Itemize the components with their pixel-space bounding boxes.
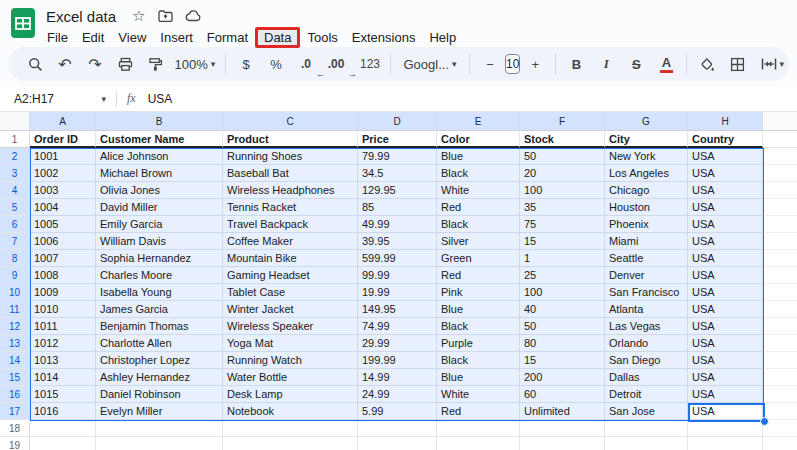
formula-input[interactable]: USA bbox=[148, 92, 173, 106]
cell-F8[interactable]: 1 bbox=[520, 250, 605, 267]
menu-item-format[interactable]: Format bbox=[200, 29, 255, 46]
cell-A10[interactable]: 1009 bbox=[30, 284, 96, 301]
move-folder-icon[interactable] bbox=[158, 10, 173, 22]
cell-D4[interactable]: 129.95 bbox=[358, 182, 437, 199]
menu-item-insert[interactable]: Insert bbox=[153, 29, 200, 46]
cell-B17[interactable]: Evelyn Miller bbox=[96, 403, 223, 420]
cell-F5[interactable]: 35 bbox=[520, 199, 605, 216]
cell-C6[interactable]: Travel Backpack bbox=[223, 216, 358, 233]
row-header-9[interactable]: 9 bbox=[0, 267, 30, 284]
cell-C9[interactable]: Gaming Headset bbox=[223, 267, 358, 284]
cell-D17[interactable]: 5.99 bbox=[358, 403, 437, 420]
cell-E1[interactable]: Color bbox=[437, 131, 520, 148]
cell-G17[interactable]: San Jose bbox=[605, 403, 688, 420]
cell-E12[interactable]: Black bbox=[437, 318, 520, 335]
cell-D5[interactable]: 85 bbox=[358, 199, 437, 216]
sheets-logo-icon[interactable] bbox=[10, 6, 37, 40]
cell-C13[interactable]: Yoga Mat bbox=[223, 335, 358, 352]
menu-item-tools[interactable]: Tools bbox=[300, 29, 344, 46]
currency-format-button[interactable]: $ bbox=[234, 52, 258, 76]
menu-item-edit[interactable]: Edit bbox=[75, 29, 111, 46]
row-header-10[interactable]: 10 bbox=[0, 284, 30, 301]
cell-A11[interactable]: 1010 bbox=[30, 301, 96, 318]
cell-F14[interactable]: 15 bbox=[520, 352, 605, 369]
cell-F6[interactable]: 75 bbox=[520, 216, 605, 233]
cell-H17[interactable]: USA bbox=[688, 403, 763, 420]
cell-A1[interactable]: Order ID bbox=[30, 131, 96, 148]
cell-G10[interactable]: San Francisco bbox=[605, 284, 688, 301]
cell-F19[interactable] bbox=[520, 437, 605, 450]
cell-B6[interactable]: Emily Garcia bbox=[96, 216, 223, 233]
document-title[interactable]: Excel data bbox=[46, 8, 116, 25]
column-header-E[interactable]: E bbox=[437, 112, 520, 131]
row-header-14[interactable]: 14 bbox=[0, 352, 30, 369]
cell-E15[interactable]: Blue bbox=[437, 369, 520, 386]
redo-icon[interactable]: ↷ bbox=[83, 52, 107, 76]
row-header-18[interactable]: 18 bbox=[0, 420, 30, 437]
cell-H10[interactable]: USA bbox=[688, 284, 763, 301]
decrease-decimal-button[interactable]: .0← bbox=[294, 52, 318, 76]
cell-E5[interactable]: Red bbox=[437, 199, 520, 216]
row-header-19[interactable]: 19 bbox=[0, 437, 30, 450]
cell-B14[interactable]: Christopher Lopez bbox=[96, 352, 223, 369]
row-header-5[interactable]: 5 bbox=[0, 199, 30, 216]
cell-F16[interactable]: 60 bbox=[520, 386, 605, 403]
cell-G14[interactable]: San Diego bbox=[605, 352, 688, 369]
cell-A19[interactable] bbox=[30, 437, 96, 450]
cell-C14[interactable]: Running Watch bbox=[223, 352, 358, 369]
cell-B15[interactable]: Ashley Hernandez bbox=[96, 369, 223, 386]
menu-item-extensions[interactable]: Extensions bbox=[345, 29, 423, 46]
cell-C3[interactable]: Baseball Bat bbox=[223, 165, 358, 182]
cell-A13[interactable]: 1012 bbox=[30, 335, 96, 352]
bold-button[interactable]: B bbox=[564, 52, 588, 76]
menu-item-help[interactable]: Help bbox=[422, 29, 463, 46]
cell-G7[interactable]: Miami bbox=[605, 233, 688, 250]
cell-H14[interactable]: USA bbox=[688, 352, 763, 369]
column-header-C[interactable]: C bbox=[223, 112, 358, 131]
cell-B3[interactable]: Michael Brown bbox=[96, 165, 223, 182]
cell-F2[interactable]: 50 bbox=[520, 148, 605, 165]
menu-item-data[interactable]: Data bbox=[255, 27, 300, 48]
cell-A15[interactable]: 1014 bbox=[30, 369, 96, 386]
cell-D15[interactable]: 14.99 bbox=[358, 369, 437, 386]
row-header-17[interactable]: 17 bbox=[0, 403, 30, 420]
cell-G19[interactable] bbox=[605, 437, 688, 450]
cell-F15[interactable]: 200 bbox=[520, 369, 605, 386]
cell-H6[interactable]: USA bbox=[688, 216, 763, 233]
menu-item-view[interactable]: View bbox=[111, 29, 153, 46]
cell-F13[interactable]: 80 bbox=[520, 335, 605, 352]
cell-B12[interactable]: Benjamin Thomas bbox=[96, 318, 223, 335]
cell-B9[interactable]: Charles Moore bbox=[96, 267, 223, 284]
decrease-font-size-button[interactable]: − bbox=[478, 52, 502, 76]
cell-F3[interactable]: 20 bbox=[520, 165, 605, 182]
paint-format-icon[interactable] bbox=[143, 52, 167, 76]
font-select[interactable]: Googl... ▾ bbox=[399, 52, 461, 76]
cell-A9[interactable]: 1008 bbox=[30, 267, 96, 284]
more-formats-button[interactable]: 123 bbox=[358, 52, 382, 76]
cell-D9[interactable]: 99.99 bbox=[358, 267, 437, 284]
cell-C18[interactable] bbox=[223, 420, 358, 437]
cell-E4[interactable]: White bbox=[437, 182, 520, 199]
column-header-H[interactable]: H bbox=[688, 112, 763, 131]
cell-H4[interactable]: USA bbox=[688, 182, 763, 199]
cell-D18[interactable] bbox=[358, 420, 437, 437]
row-header-7[interactable]: 7 bbox=[0, 233, 30, 250]
cell-C7[interactable]: Coffee Maker bbox=[223, 233, 358, 250]
search-icon[interactable] bbox=[23, 52, 47, 76]
row-header-16[interactable]: 16 bbox=[0, 386, 30, 403]
cell-B11[interactable]: James Garcia bbox=[96, 301, 223, 318]
cell-G2[interactable]: New York bbox=[605, 148, 688, 165]
undo-icon[interactable]: ↶ bbox=[53, 52, 77, 76]
cell-A16[interactable]: 1015 bbox=[30, 386, 96, 403]
cell-A18[interactable] bbox=[30, 420, 96, 437]
font-size-input[interactable]: 10 bbox=[505, 54, 520, 74]
cell-E13[interactable]: Purple bbox=[437, 335, 520, 352]
cell-C10[interactable]: Tablet Case bbox=[223, 284, 358, 301]
cell-D14[interactable]: 199.99 bbox=[358, 352, 437, 369]
cell-G3[interactable]: Los Angeles bbox=[605, 165, 688, 182]
cell-G11[interactable]: Atlanta bbox=[605, 301, 688, 318]
cell-B7[interactable]: William Davis bbox=[96, 233, 223, 250]
cell-D13[interactable]: 29.99 bbox=[358, 335, 437, 352]
cell-H16[interactable]: USA bbox=[688, 386, 763, 403]
cell-E11[interactable]: Blue bbox=[437, 301, 520, 318]
